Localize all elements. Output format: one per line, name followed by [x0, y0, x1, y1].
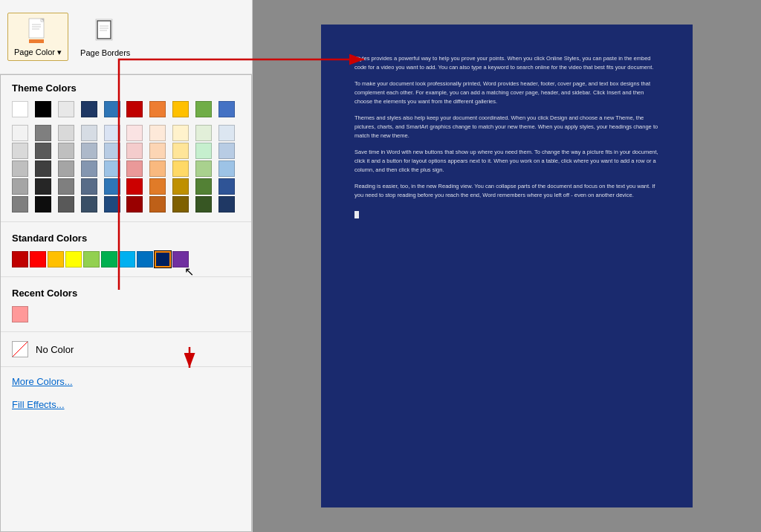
- ext-1-9[interactable]: [218, 143, 235, 159]
- page-borders-label: Page Borders: [80, 48, 130, 57]
- theme-color-3[interactable]: [81, 101, 97, 117]
- std-color-5[interactable]: [101, 251, 117, 267]
- ext-2-2[interactable]: [58, 160, 74, 177]
- ext-0-1[interactable]: [35, 125, 51, 141]
- ext-0-8[interactable]: [195, 125, 212, 141]
- ext-1-0[interactable]: [12, 143, 28, 159]
- ext-4-1[interactable]: [35, 196, 51, 213]
- ext-2-7[interactable]: [172, 160, 189, 177]
- std-color-2[interactable]: [48, 251, 64, 267]
- ext-4-7[interactable]: [172, 196, 189, 213]
- ext-2-6[interactable]: [149, 160, 166, 177]
- ext-1-3[interactable]: [81, 143, 97, 159]
- ext-2-0[interactable]: [12, 160, 28, 177]
- ext-3-8[interactable]: [195, 178, 212, 195]
- ext-1-1[interactable]: [35, 143, 51, 159]
- ext-4-9[interactable]: [218, 196, 235, 213]
- ext-1-5[interactable]: [126, 143, 143, 159]
- ext-1-2[interactable]: [58, 143, 74, 159]
- doc-para-4: Reading is easier, too, in the new Readi…: [354, 182, 659, 200]
- standard-colors-heading: Standard Colors: [1, 225, 251, 248]
- theme-color-4[interactable]: [104, 101, 120, 117]
- theme-color-8[interactable]: [195, 101, 212, 117]
- ext-3-3[interactable]: [81, 178, 97, 195]
- document-content: Styles provides a powerful way to help y…: [354, 54, 659, 221]
- theme-color-5[interactable]: [126, 101, 143, 117]
- divider-4: [1, 366, 251, 367]
- ext-3-9[interactable]: [218, 178, 235, 195]
- std-color-8[interactable]: [155, 251, 171, 267]
- ext-0-4[interactable]: [104, 125, 120, 141]
- more-colors-item[interactable]: More Colors...: [1, 370, 251, 393]
- ext-4-2[interactable]: [58, 196, 74, 213]
- document-page: Styles provides a powerful way to help y…: [321, 25, 693, 507]
- ext-0-0[interactable]: [12, 125, 28, 141]
- ext-2-5[interactable]: [126, 160, 143, 177]
- ext-4-6[interactable]: [149, 196, 166, 213]
- ext-3-1[interactable]: [35, 178, 51, 195]
- ext-3-4[interactable]: [104, 178, 120, 195]
- ext-3-7[interactable]: [172, 178, 189, 195]
- theme-color-7[interactable]: [172, 101, 189, 117]
- ext-0-5[interactable]: [126, 125, 143, 141]
- ext-4-5[interactable]: [126, 196, 143, 213]
- ext-0-7[interactable]: [172, 125, 189, 141]
- standard-colors-grid: ↖: [1, 248, 251, 273]
- no-color-swatch: [12, 341, 28, 357]
- ext-2-1[interactable]: [35, 160, 51, 177]
- page-color-button[interactable]: Page Color ▾: [7, 13, 68, 61]
- toolbar: Page Color ▾ Page Borders: [0, 0, 252, 74]
- std-color-4[interactable]: [83, 251, 100, 267]
- ext-3-2[interactable]: [58, 178, 74, 195]
- ext-0-6[interactable]: [149, 125, 166, 141]
- ext-2-3[interactable]: [81, 160, 97, 177]
- std-color-7[interactable]: [137, 251, 153, 267]
- ext-4-0[interactable]: [12, 196, 28, 213]
- theme-colors-heading: Theme Colors: [1, 75, 251, 98]
- page-color-icon: [23, 16, 53, 46]
- no-color-label: No Color: [36, 344, 74, 355]
- ext-1-8[interactable]: [195, 143, 212, 159]
- theme-colors-extended: [1, 123, 251, 218]
- page-borders-button[interactable]: Page Borders: [74, 14, 136, 60]
- recent-colors-heading: Recent Colors: [1, 280, 251, 303]
- divider-3: [1, 331, 251, 332]
- no-color-item[interactable]: No Color: [1, 335, 251, 363]
- ext-4-4[interactable]: [104, 196, 120, 213]
- ext-0-3[interactable]: [81, 125, 97, 141]
- ext-2-8[interactable]: [195, 160, 212, 177]
- page-color-label: Page Color ▾: [14, 48, 62, 57]
- theme-color-9[interactable]: [218, 101, 235, 117]
- page-borders-icon: [91, 17, 120, 47]
- theme-color-1[interactable]: [35, 101, 51, 117]
- theme-color-0[interactable]: [12, 101, 28, 117]
- theme-color-2[interactable]: [58, 101, 74, 117]
- ext-3-6[interactable]: [149, 178, 166, 195]
- std-color-6[interactable]: [119, 251, 135, 267]
- ext-1-4[interactable]: [104, 143, 120, 159]
- divider-2: [1, 276, 251, 277]
- ext-2-4[interactable]: [104, 160, 120, 177]
- ext-0-2[interactable]: [58, 125, 74, 141]
- ext-3-0[interactable]: [12, 178, 28, 195]
- fill-effects-item[interactable]: Fill Effects...: [1, 393, 251, 416]
- ext-1-7[interactable]: [172, 143, 189, 159]
- theme-color-6[interactable]: [149, 101, 166, 117]
- ext-1-6[interactable]: [149, 143, 166, 159]
- recent-color-0[interactable]: [12, 306, 28, 322]
- svg-rect-7: [29, 39, 44, 43]
- doc-para-0: Styles provides a powerful way to help y…: [354, 54, 659, 72]
- std-color-3[interactable]: [65, 251, 82, 267]
- ext-3-5[interactable]: [126, 178, 143, 195]
- ext-4-8[interactable]: [195, 196, 212, 213]
- doc-para-3: Save time in Word with new buttons that …: [354, 148, 659, 175]
- theme-colors-row1: [1, 98, 251, 123]
- right-panel: Styles provides a powerful way to help y…: [253, 0, 761, 532]
- ext-0-9[interactable]: [218, 125, 235, 141]
- text-cursor: [354, 211, 359, 218]
- ext-2-9[interactable]: [218, 160, 235, 177]
- std-color-1[interactable]: [30, 251, 46, 267]
- ext-4-3[interactable]: [81, 196, 97, 213]
- std-color-0[interactable]: [12, 251, 28, 267]
- divider-1: [1, 221, 251, 222]
